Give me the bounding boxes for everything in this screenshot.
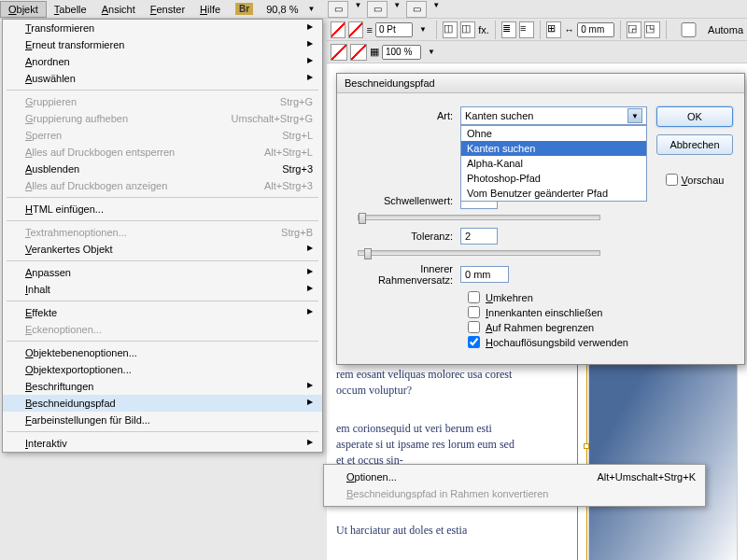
- slider-thumb-2[interactable]: [364, 248, 372, 259]
- menu-item[interactable]: Beschneidungspfad▶: [3, 395, 322, 412]
- dd2[interactable]: ▼: [389, 1, 404, 18]
- objekt-menu: Transformieren▶Erneut transformieren▶Ano…: [2, 19, 323, 453]
- opacity-icon: ▦: [370, 46, 379, 58]
- menu-item: Textrahmenoptionen...Strg+B: [3, 224, 322, 241]
- menu-item[interactable]: Transformieren▶: [3, 20, 322, 36]
- corner-icon2[interactable]: ◳: [644, 21, 659, 38]
- menu-item[interactable]: Inhalt▶: [3, 281, 322, 298]
- menubar: Objekt Tabelle Ansicht Fenster Hilfe Br …: [0, 0, 747, 19]
- hochaufloesung-check[interactable]: [468, 336, 480, 348]
- submenu-item[interactable]: Optionen...Alt+Umschalt+Strg+K: [324, 469, 705, 485]
- menu-item[interactable]: Interaktiv▶: [3, 435, 322, 452]
- schwellenwert-slider[interactable]: [358, 215, 600, 220]
- submenu-item: Beschneidungspfad in Rahmen konvertieren: [324, 485, 705, 502]
- frame-icon[interactable]: ⊞: [546, 21, 561, 38]
- tool-a[interactable]: ◫: [443, 21, 458, 38]
- menu-item[interactable]: Anpassen▶: [3, 264, 322, 281]
- abbrechen-button[interactable]: Abbrechen: [656, 134, 733, 155]
- art-option[interactable]: Photoshop-Pfad: [461, 171, 646, 186]
- menu-item[interactable]: Objektebenenoptionen...: [3, 344, 322, 361]
- menu-item[interactable]: Beschriftungen▶: [3, 378, 322, 395]
- slider-thumb[interactable]: [359, 213, 366, 224]
- beschneidungspfad-dialog: Beschneidungspfad Art: Kanten suchen ▼ O…: [336, 73, 745, 365]
- menu-item[interactable]: Erneut transformieren▶: [3, 36, 322, 53]
- bridge-badge[interactable]: Br: [235, 3, 253, 15]
- menu-item[interactable]: Anordnen▶: [3, 53, 322, 70]
- aufrahmen-check[interactable]: [468, 321, 480, 333]
- toleranz-input[interactable]: [460, 228, 498, 245]
- menu-item[interactable]: Effekte▶: [3, 304, 322, 321]
- doc-paragraph-1: rem eosant veliquas molorec usa corest o…: [336, 367, 523, 399]
- menu-item[interactable]: Auswählen▶: [3, 70, 322, 87]
- innenkanten-check[interactable]: [468, 306, 480, 318]
- hochaufloesung-label: Hochauflösungsbild verwenden: [486, 337, 628, 348]
- fx-label[interactable]: fx.: [478, 24, 489, 35]
- pt-dd[interactable]: ▼: [416, 25, 430, 34]
- vorschau-check[interactable]: [666, 174, 678, 186]
- menu-item[interactable]: Objektexportoptionen...: [3, 361, 322, 378]
- corner-icon[interactable]: ◲: [627, 21, 641, 38]
- dd1[interactable]: ▼: [350, 1, 365, 18]
- menu-item[interactable]: HTML einfügen...: [3, 201, 322, 217]
- stroke-weight-label: ≡: [366, 24, 372, 35]
- stroke2-icon[interactable]: [350, 44, 367, 61]
- doc-paragraph-2: em corionsequid ut veri berum esti asper…: [336, 421, 523, 468]
- art-option[interactable]: Alpha-Kanal: [461, 156, 646, 171]
- dd3[interactable]: ▼: [429, 1, 444, 18]
- art-option[interactable]: Kanten suchen: [461, 141, 646, 156]
- menu-item: SperrenStrg+L: [3, 127, 322, 144]
- umkehren-label: Umkehren: [486, 292, 533, 303]
- menu-fenster[interactable]: Fenster: [143, 2, 192, 17]
- art-option[interactable]: Ohne: [461, 126, 646, 141]
- view-icon-2[interactable]: ▭: [367, 1, 388, 18]
- gap-input[interactable]: [577, 22, 614, 37]
- ok-button[interactable]: OK: [656, 106, 733, 127]
- frame-handle[interactable]: [584, 443, 589, 449]
- menu-item[interactable]: AusblendenStrg+3: [3, 161, 322, 177]
- fill2-icon[interactable]: [331, 44, 347, 61]
- view-mode-icons: ▭ ▼ ▭ ▼ ▭ ▼: [328, 1, 444, 18]
- menu-item: Alles auf Druckbogen anzeigenAlt+Strg+3: [3, 177, 322, 194]
- menu-tabelle[interactable]: Tabelle: [47, 2, 94, 17]
- opacity-input[interactable]: [382, 45, 421, 60]
- innenkanten-label: Innenkanten einschließen: [486, 307, 602, 318]
- toleranz-slider[interactable]: [358, 250, 600, 256]
- menu-item: GruppierenStrg+G: [3, 93, 322, 110]
- menu-item: Eckenoptionen...: [3, 321, 322, 338]
- zoom-dropdown-icon[interactable]: ▼: [303, 5, 318, 13]
- opacity-dd[interactable]: ▼: [424, 48, 439, 56]
- art-value: Kanten suchen: [465, 110, 533, 121]
- stroke-none-icon[interactable]: [348, 21, 363, 38]
- innerer-input[interactable]: [460, 266, 509, 283]
- menu-item[interactable]: Verankertes Objekt▶: [3, 241, 322, 258]
- guide-2[interactable]: [586, 353, 587, 560]
- chevron-down-icon[interactable]: ▼: [627, 108, 642, 123]
- align-2[interactable]: ≡: [519, 21, 534, 38]
- automa-check[interactable]: [672, 22, 706, 37]
- menu-hilfe[interactable]: Hilfe: [192, 2, 228, 17]
- menu-objekt[interactable]: Objekt: [0, 1, 47, 18]
- fill-none-icon[interactable]: [331, 21, 345, 38]
- guide-1[interactable]: [577, 353, 578, 560]
- stroke-weight-input[interactable]: [375, 22, 413, 37]
- tool-b[interactable]: ◫: [460, 21, 475, 38]
- toleranz-label: Toleranz:: [348, 231, 460, 242]
- aufrahmen-label: Auf Rahmen begrenzen: [486, 322, 594, 333]
- umkehren-check[interactable]: [468, 291, 480, 303]
- beschneidungspfad-submenu: Optionen...Alt+Umschalt+Strg+KBeschneidu…: [323, 464, 706, 507]
- control-panel-row1: ≡ ▼ ◫ ◫ fx. ≣ ≡ ⊞ ↔ ◲ ◳ Automa: [327, 19, 747, 41]
- align-1[interactable]: ≣: [501, 21, 516, 38]
- view-icon-1[interactable]: ▭: [328, 1, 348, 18]
- menu-item[interactable]: Farbeinstellungen für Bild...: [3, 412, 322, 428]
- art-label: Art:: [348, 110, 460, 121]
- menu-ansicht[interactable]: Ansicht: [94, 2, 143, 17]
- view-icon-3[interactable]: ▭: [406, 1, 427, 18]
- placed-image[interactable]: [588, 362, 738, 560]
- dialog-title: Beschneidungspfad: [337, 74, 744, 93]
- vorschau-label: Vorschau: [682, 175, 725, 186]
- art-select[interactable]: Kanten suchen ▼ OhneKanten suchenAlpha-K…: [460, 106, 647, 125]
- zoom-level[interactable]: 90,8 %: [261, 4, 303, 15]
- innerer-label: Innerer Rahmenversatz:: [348, 263, 460, 286]
- gap-label: ↔: [564, 24, 574, 35]
- art-option[interactable]: Vom Benutzer geänderter Pfad: [461, 186, 646, 201]
